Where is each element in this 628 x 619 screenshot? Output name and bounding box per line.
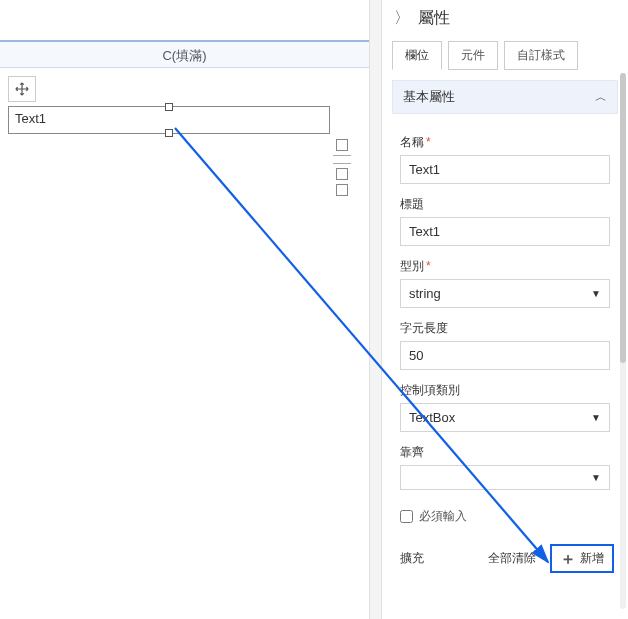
rail-separator — [333, 155, 351, 164]
title-input[interactable] — [400, 217, 610, 246]
section-basic-title: 基本屬性 — [403, 88, 455, 106]
align-select[interactable]: ▼ — [400, 465, 610, 490]
column-header[interactable]: C(填滿) — [0, 40, 369, 68]
canvas-scrollbar[interactable] — [370, 0, 382, 619]
control-type-label: 控制項類別 — [400, 382, 610, 399]
move-handle[interactable] — [8, 76, 36, 102]
resize-handle-n[interactable] — [165, 103, 173, 111]
resize-handle-s[interactable] — [165, 129, 173, 137]
tab-custom-style[interactable]: 自訂樣式 — [504, 41, 578, 70]
type-label: 型別* — [400, 258, 610, 275]
chevron-right-icon: 〉 — [394, 8, 410, 29]
tab-bar: 欄位 元件 自訂樣式 — [382, 41, 628, 70]
align-label: 靠齊 — [400, 444, 610, 461]
section-basic-header[interactable]: 基本屬性 ︿ — [392, 80, 618, 114]
add-button-label: 新增 — [580, 550, 604, 567]
extension-label: 擴充 — [400, 550, 424, 567]
selected-textbox[interactable]: Text1 — [8, 106, 330, 134]
tab-component[interactable]: 元件 — [448, 41, 498, 70]
section-basic-body: 名稱* 標題 型別* string ▼ 字元長度 控制項類別 — [382, 114, 628, 525]
required-checkbox[interactable] — [400, 510, 413, 523]
type-select[interactable]: string ▼ — [400, 279, 610, 308]
selected-textbox-text: Text1 — [15, 111, 46, 126]
plus-icon: ＋ — [560, 552, 576, 566]
required-label: 必須輸入 — [419, 508, 467, 525]
name-input[interactable] — [400, 155, 610, 184]
properties-panel: 〉 屬性 欄位 元件 自訂樣式 基本屬性 ︿ 名稱* 標題 型別* s — [382, 0, 628, 619]
panel-scrollbar-thumb[interactable] — [620, 73, 626, 363]
chevron-up-icon: ︿ — [595, 89, 607, 106]
rail-handle[interactable] — [336, 168, 348, 180]
control-type-select[interactable]: TextBox ▼ — [400, 403, 610, 432]
tab-field[interactable]: 欄位 — [392, 41, 442, 70]
rail-handle[interactable] — [336, 184, 348, 196]
move-icon — [15, 82, 29, 96]
panel-scrollbar-track[interactable] — [620, 73, 626, 609]
clear-all-button[interactable]: 全部清除 — [488, 550, 536, 567]
length-label: 字元長度 — [400, 320, 610, 337]
title-label: 標題 — [400, 196, 610, 213]
length-input[interactable] — [400, 341, 610, 370]
design-canvas[interactable]: C(填滿) Text1 — [0, 0, 370, 619]
type-value: string — [409, 286, 441, 301]
name-label: 名稱* — [400, 134, 610, 151]
panel-title: 屬性 — [418, 8, 450, 29]
control-type-value: TextBox — [409, 410, 455, 425]
side-rail — [333, 135, 351, 200]
chevron-down-icon: ▼ — [591, 288, 601, 299]
add-button[interactable]: ＋ 新增 — [550, 544, 614, 573]
chevron-down-icon: ▼ — [591, 472, 601, 483]
rail-handle[interactable] — [336, 139, 348, 151]
chevron-down-icon: ▼ — [591, 412, 601, 423]
